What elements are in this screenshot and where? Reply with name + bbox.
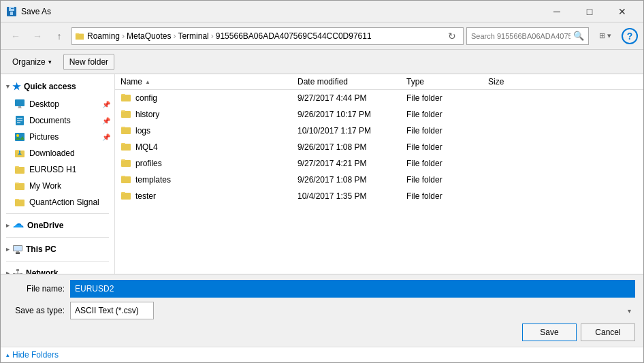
title-bar-left: Save As: [6, 6, 51, 17]
search-box: 🔍: [466, 27, 589, 45]
thispc-header[interactable]: ▸ This PC: [1, 240, 114, 258]
folder-icon: [120, 108, 131, 121]
table-row[interactable]: templates 9/26/2017 1:08 PM File folder: [115, 172, 643, 188]
file-cell-name: history: [120, 108, 297, 121]
file-cell-date: 9/27/2017 4:21 PM: [297, 159, 406, 168]
search-icon: 🔍: [573, 31, 584, 41]
downloaded-folder-icon: [14, 148, 25, 159]
col-header-type[interactable]: Type: [406, 77, 488, 86]
address-bar[interactable]: Roaming › MetaQuotes › Terminal › 915566…: [71, 27, 464, 45]
breadcrumb-part-2: MetaQuotes: [127, 31, 171, 41]
quantaction-folder-icon: [14, 197, 25, 208]
table-row[interactable]: profiles 9/27/2017 4:21 PM File folder: [115, 155, 643, 172]
table-row[interactable]: history 9/26/2017 10:17 PM File folder: [115, 106, 643, 123]
up-button[interactable]: ↑: [50, 27, 69, 46]
quick-access-chevron: ▾: [6, 83, 10, 90]
thispc-icon: [12, 244, 23, 254]
new-folder-label: New folder: [69, 57, 108, 67]
title-bar: Save As ─ □ ✕: [1, 1, 643, 22]
svg-rect-48: [121, 176, 125, 177]
search-input[interactable]: [471, 32, 570, 40]
svg-rect-30: [16, 253, 20, 254]
quick-access-label: Quick access: [24, 82, 76, 91]
table-row[interactable]: logs 10/10/2017 1:17 PM File folder: [115, 123, 643, 139]
file-name: templates: [135, 175, 171, 185]
svg-rect-2: [10, 12, 13, 15]
cancel-button[interactable]: Cancel: [581, 323, 635, 341]
new-folder-button[interactable]: New folder: [63, 54, 114, 70]
save-label: Save: [540, 328, 558, 337]
svg-rect-13: [15, 133, 25, 141]
svg-rect-50: [121, 192, 125, 193]
sidebar-item-mywork[interactable]: My Work: [1, 178, 114, 194]
onedrive-header[interactable]: ▸ OneDrive: [1, 217, 114, 234]
hide-folders-bar[interactable]: ▴ Hide Folders: [1, 347, 643, 362]
organize-button[interactable]: Organize ▾: [6, 54, 58, 70]
view-options-button[interactable]: ⊞ ▾: [592, 27, 619, 46]
filename-row: File name:: [9, 280, 635, 298]
close-button[interactable]: ✕: [607, 1, 638, 22]
file-cell-name: logs: [120, 125, 297, 138]
table-row[interactable]: MQL4 9/26/2017 1:08 PM File folder: [115, 139, 643, 155]
savetype-wrapper: ASCII Text (*.csv) ▾: [70, 302, 635, 319]
secondary-toolbar: Organize ▾ New folder: [1, 50, 643, 74]
svg-rect-4: [76, 33, 84, 40]
address-bar-icon: [75, 31, 84, 41]
file-list-header: Name ▲ Date modified Type Size: [115, 74, 643, 90]
sidebar-divider-2: [6, 237, 109, 238]
documents-icon: [14, 115, 25, 126]
sidebar-item-pictures[interactable]: Pictures 📌: [1, 129, 114, 145]
refresh-button[interactable]: ↻: [444, 28, 460, 44]
back-button[interactable]: ←: [6, 27, 25, 46]
help-button[interactable]: ?: [622, 28, 638, 44]
dialog-title: Save As: [21, 7, 51, 16]
sidebar-item-downloaded-label: Downloaded: [29, 148, 75, 158]
save-as-dialog: Save As ─ □ ✕ ← → ↑ Roaming › MetaQuotes…: [0, 0, 644, 363]
sidebar-item-pictures-label: Pictures: [29, 132, 59, 142]
file-cell-name: templates: [120, 174, 297, 187]
svg-rect-8: [18, 108, 22, 108]
table-row[interactable]: config 9/27/2017 4:44 PM File folder: [115, 90, 643, 106]
sort-arrow: ▲: [145, 79, 150, 85]
svg-rect-40: [121, 110, 125, 112]
table-row[interactable]: tester 10/4/2017 1:35 PM File folder: [115, 188, 643, 204]
network-header[interactable]: ▸ Network: [1, 264, 114, 274]
col-size-label: Size: [488, 77, 504, 86]
col-header-date[interactable]: Date modified: [297, 77, 406, 86]
thispc-chevron: ▸: [6, 246, 10, 253]
filename-input[interactable]: [70, 280, 635, 298]
sidebar-divider-1: [6, 213, 109, 214]
savetype-row: Save as type: ASCII Text (*.csv) ▾: [9, 302, 635, 319]
svg-rect-6: [15, 99, 25, 106]
save-button[interactable]: Save: [522, 323, 577, 341]
thispc-label: This PC: [26, 244, 57, 254]
svg-rect-45: [121, 160, 131, 167]
minimize-button[interactable]: ─: [541, 1, 573, 22]
quick-access-header[interactable]: ▾ ★ Quick access: [1, 77, 114, 96]
file-cell-name: profiles: [120, 157, 297, 170]
file-name: history: [135, 110, 159, 119]
svg-point-14: [16, 134, 19, 137]
svg-rect-42: [121, 127, 125, 128]
svg-rect-19: [19, 151, 20, 153]
svg-rect-27: [14, 246, 22, 251]
col-header-size[interactable]: Size: [488, 77, 543, 86]
bottom-bar: File name: Save as type: ASCII Text (*.c…: [1, 274, 643, 347]
file-cell-date: 9/26/2017 1:08 PM: [297, 142, 406, 152]
sidebar-item-quantaction[interactable]: QuantAction Signal: [1, 194, 114, 210]
savetype-select[interactable]: ASCII Text (*.csv): [70, 302, 154, 319]
pictures-pin-icon: 📌: [102, 133, 110, 141]
file-name: MQL4: [135, 142, 158, 152]
sidebar-item-documents[interactable]: Documents 📌: [1, 112, 114, 129]
sidebar-item-downloaded[interactable]: Downloaded: [1, 145, 114, 161]
file-cell-type: File folder: [406, 126, 488, 136]
file-cell-date: 9/26/2017 10:17 PM: [297, 110, 406, 119]
sidebar-item-eurusd[interactable]: EURUSD H1: [1, 161, 114, 178]
col-header-name[interactable]: Name ▲: [120, 77, 297, 86]
hide-folders-label: Hide Folders: [12, 350, 59, 360]
file-name: tester: [135, 191, 156, 201]
svg-rect-23: [15, 183, 19, 184]
forward-button[interactable]: →: [28, 27, 47, 46]
maximize-button[interactable]: □: [574, 1, 605, 22]
sidebar-item-desktop[interactable]: Desktop 📌: [1, 96, 114, 112]
